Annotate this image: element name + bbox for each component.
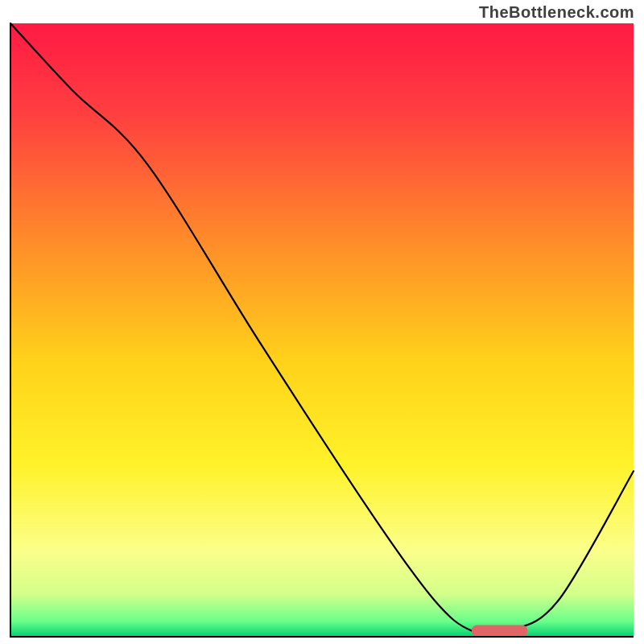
chart-svg	[10, 23, 634, 638]
optimal-range-marker	[472, 625, 528, 636]
gradient-background	[10, 23, 634, 637]
watermark-text: TheBottleneck.com	[479, 3, 634, 22]
chart-stage	[10, 23, 634, 638]
